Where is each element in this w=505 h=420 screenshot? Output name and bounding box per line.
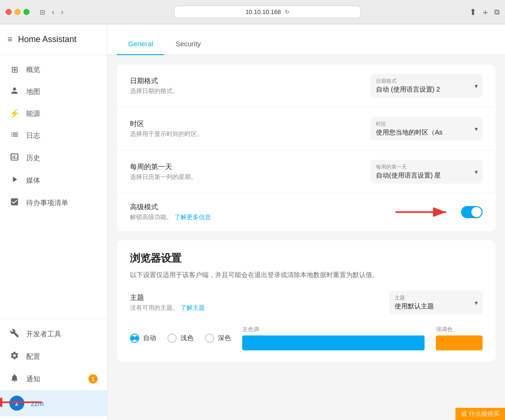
history-icon xyxy=(9,152,20,164)
radio-light-circle[interactable] xyxy=(167,334,177,343)
radio-auto[interactable]: 自动 xyxy=(130,334,156,343)
color-scheme-row: 自动 浅色 深色 主色调 强调色 xyxy=(130,326,483,350)
logs-icon xyxy=(9,130,20,141)
advanced-mode-toggle-area xyxy=(370,203,483,221)
theme-desc-text: 没有可用的主题。 xyxy=(130,304,179,311)
maximize-button[interactable] xyxy=(23,9,29,15)
content-scroll: 日期格式 选择日期的格式。 日期格式 自动 (使用语言设置) 2 时区 选择 xyxy=(108,55,505,420)
minimize-button[interactable] xyxy=(14,9,21,15)
radio-dark[interactable]: 深色 xyxy=(205,334,231,343)
tab-general[interactable]: General xyxy=(117,33,164,55)
sidebar-item-notification[interactable]: 通知 1 xyxy=(0,368,107,390)
timezone-select[interactable]: 时区 使用您当地的时区（As xyxy=(370,117,483,141)
general-settings-card: 日期格式 选择日期的格式。 日期格式 自动 (使用语言设置) 2 时区 选择 xyxy=(117,64,496,231)
browser-chrome: ⊟ ‹ › 10.10.10.168 ↻ ⬆ ＋ ⧉ xyxy=(0,0,505,24)
sidebar-header: ≡ Home Assistant xyxy=(0,24,107,55)
week-start-label: 每周的第一天 xyxy=(130,163,361,171)
traffic-lights xyxy=(6,9,29,15)
date-format-select[interactable]: 日期格式 自动 (使用语言设置) 2 xyxy=(370,74,483,98)
sidebar-toggle-icon[interactable]: ⊟ xyxy=(38,7,47,17)
sidebar-item-logs[interactable]: 日志 xyxy=(0,124,107,147)
sidebar-item-map[interactable]: 地图 xyxy=(0,80,107,103)
red-arrow-toggle xyxy=(391,203,456,221)
theme-select[interactable]: 主题 使用默认主题 xyxy=(389,291,483,314)
radio-auto-label: 自动 xyxy=(143,334,156,342)
media-icon xyxy=(9,175,20,186)
date-format-label: 日期格式 xyxy=(130,77,361,85)
accent-color-label: 强调色 xyxy=(436,326,483,334)
radio-light-label: 浅色 xyxy=(180,334,194,342)
forward-icon[interactable]: › xyxy=(59,7,65,17)
sidebar-item-history[interactable]: 历史 xyxy=(0,147,107,169)
sidebar-item-overview[interactable]: ⊞ 概览 xyxy=(0,59,107,80)
date-format-select-value: 自动 (使用语言设置) 2 xyxy=(376,85,466,94)
new-tab-icon[interactable]: ＋ xyxy=(481,7,490,18)
share-icon[interactable]: ⬆ xyxy=(469,7,476,17)
primary-color-swatch[interactable] xyxy=(242,335,425,350)
sidebar-item-energy[interactable]: ⚡ 能源 xyxy=(0,103,107,124)
address-text: 10.10.10.168 xyxy=(245,8,281,15)
tabs-icon[interactable]: ⧉ xyxy=(494,8,499,16)
theme-select-label: 主题 xyxy=(395,294,466,301)
week-start-desc: 选择日历第一列的星期。 xyxy=(130,173,361,181)
advanced-mode-desc-text: 解锁高级功能。 xyxy=(130,214,173,221)
advanced-mode-desc: 解锁高级功能。 了解更多信息 xyxy=(130,213,361,221)
close-button[interactable] xyxy=(6,9,12,15)
radio-light[interactable]: 浅色 xyxy=(167,334,194,343)
radio-dark-label: 深色 xyxy=(218,334,231,342)
reload-icon[interactable]: ↻ xyxy=(285,9,289,15)
date-format-row: 日期格式 选择日期的格式。 日期格式 自动 (使用语言设置) 2 xyxy=(117,64,496,107)
date-format-desc: 选择日期的格式。 xyxy=(130,87,361,95)
week-start-select-value: 自动(使用语言设置) 星 xyxy=(376,171,466,180)
sidebar-title: Home Assistant xyxy=(18,35,77,44)
sidebar-item-label: 日志 xyxy=(26,131,40,140)
week-start-control[interactable]: 每周的第一天 自动(使用语言设置) 星 xyxy=(370,160,483,184)
theme-row: 主题 没有可用的主题。 了解主题 主题 使用默认主题 xyxy=(130,291,483,314)
timezone-control[interactable]: 时区 使用您当地的时区（As xyxy=(370,117,483,141)
theme-info: 主题 没有可用的主题。 了解主题 xyxy=(130,293,380,312)
app-container: ≡ Home Assistant ⊞ 概览 地图 ⚡ 能源 xyxy=(0,24,505,420)
back-icon[interactable]: ‹ xyxy=(50,7,56,17)
accent-color-swatch[interactable] xyxy=(436,335,483,350)
main-content: General Security 日期格式 选择日期的格式。 日期格式 自动 (… xyxy=(108,24,505,420)
menu-icon[interactable]: ≡ xyxy=(7,35,13,44)
overview-icon: ⊞ xyxy=(9,64,20,75)
radio-dark-circle[interactable] xyxy=(205,334,214,343)
primary-color-wrapper: 主色调 xyxy=(242,326,425,350)
todo-icon xyxy=(9,197,20,208)
advanced-mode-toggle[interactable] xyxy=(461,206,483,218)
sidebar-item-label: 媒体 xyxy=(26,176,40,185)
tab-security[interactable]: Security xyxy=(164,33,212,55)
sidebar-item-label: 配置 xyxy=(26,352,40,361)
date-format-control[interactable]: 日期格式 自动 (使用语言设置) 2 xyxy=(370,74,483,98)
sidebar-nav: ⊞ 概览 地图 ⚡ 能源 日志 xyxy=(0,55,107,319)
theme-select-wrapper[interactable]: 主题 使用默认主题 xyxy=(389,291,483,314)
map-icon xyxy=(9,86,20,97)
sidebar-item-media[interactable]: 媒体 xyxy=(0,169,107,192)
sidebar-item-label: 待办事项清单 xyxy=(26,199,68,207)
sidebar-item-label: 历史 xyxy=(26,154,40,163)
sidebar-item-todo[interactable]: 待办事项清单 xyxy=(0,192,107,214)
sidebar-item-config[interactable]: 配置 xyxy=(0,345,107,368)
week-start-select[interactable]: 每周的第一天 自动(使用语言设置) 星 xyxy=(370,160,483,184)
theme-link[interactable]: 了解主题 xyxy=(180,304,205,311)
energy-icon: ⚡ xyxy=(9,108,20,119)
address-bar[interactable]: 10.10.10.168 ↻ xyxy=(174,6,361,18)
theme-select-value: 使用默认主题 xyxy=(395,302,466,311)
watermark-text: 值 什么值得买 xyxy=(461,410,499,417)
sidebar-item-label: 能源 xyxy=(26,109,40,118)
theme-label: 主题 xyxy=(130,293,380,302)
radio-auto-circle[interactable] xyxy=(130,334,139,343)
timezone-info: 时区 选择用于显示时间的时区。 xyxy=(130,120,361,138)
sidebar-item-label: 地图 xyxy=(26,87,40,96)
watermark: 值 什么值得买 xyxy=(455,408,505,420)
advanced-mode-row: 高级模式 解锁高级功能。 了解更多信息 xyxy=(117,193,496,231)
advanced-mode-link[interactable]: 了解更多信息 xyxy=(174,214,211,221)
date-format-select-label: 日期格式 xyxy=(376,78,466,85)
date-format-info: 日期格式 选择日期的格式。 xyxy=(130,77,361,95)
sidebar-item-label: 通知 xyxy=(26,375,40,384)
timezone-row: 时区 选择用于显示时间的时区。 时区 使用您当地的时区（As xyxy=(117,107,496,150)
sidebar-item-devtools[interactable]: 开发者工具 xyxy=(0,323,107,345)
week-start-select-label: 每周的第一天 xyxy=(376,164,466,171)
timezone-desc: 选择用于显示时间的时区。 xyxy=(130,130,361,138)
